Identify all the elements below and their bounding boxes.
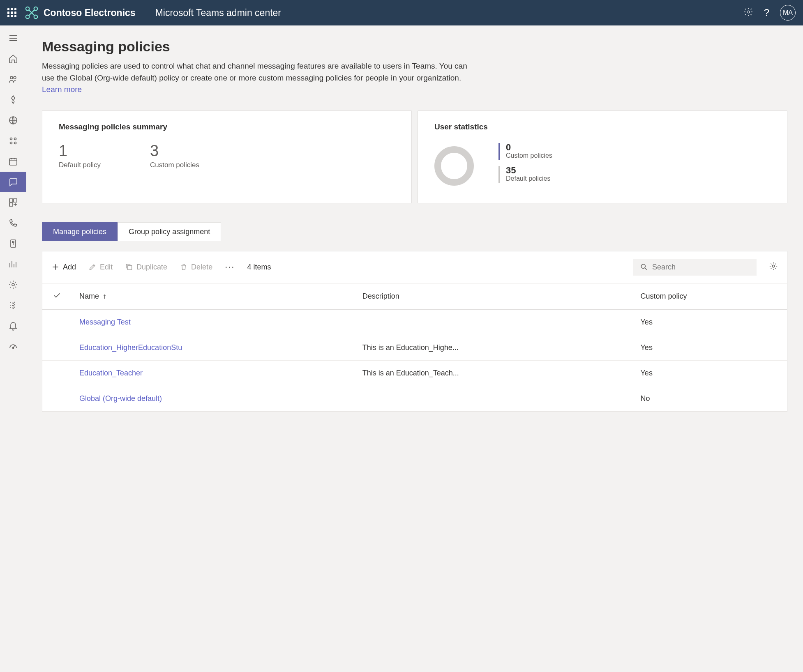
nav-notifications-icon[interactable]: [0, 315, 26, 336]
sort-asc-icon: ↑: [103, 292, 106, 300]
svg-point-21: [641, 264, 645, 268]
search-input[interactable]: [633, 259, 757, 276]
svg-point-9: [14, 138, 16, 140]
org-logo-icon: [25, 6, 39, 20]
col-name[interactable]: Name ↑: [71, 283, 354, 310]
svg-point-11: [14, 142, 16, 144]
page-title: Messaging policies: [42, 39, 787, 55]
nav-users-icon[interactable]: [0, 131, 26, 151]
app-title: Microsoft Teams admin center: [155, 7, 281, 18]
table-row[interactable]: Messaging Test Yes: [42, 309, 787, 335]
col-custom[interactable]: Custom policy: [632, 283, 787, 310]
svg-rect-14: [14, 199, 17, 202]
policy-name-link[interactable]: Messaging Test: [71, 309, 354, 335]
table-row[interactable]: Education_HigherEducationStu This is an …: [42, 335, 787, 360]
policies-table: Name ↑ Description Custom policy Messagi…: [42, 283, 787, 412]
tab-manage-policies[interactable]: Manage policies: [42, 222, 118, 241]
svg-point-6: [14, 76, 16, 79]
policy-description: This is an Education_Highe...: [354, 335, 632, 360]
policy-name-link[interactable]: Global (Org-wide default): [71, 386, 354, 411]
nav-analytics-icon[interactable]: [0, 254, 26, 274]
summary-card: Messaging policies summary 1 Default pol…: [42, 110, 412, 203]
nav-planning-icon[interactable]: [0, 295, 26, 315]
policy-description: [354, 386, 632, 411]
select-all-header[interactable]: [42, 283, 71, 310]
svg-point-5: [10, 76, 13, 79]
learn-more-link[interactable]: Learn more: [42, 85, 82, 94]
items-count: 4 items: [247, 263, 271, 272]
left-nav-rail: [0, 25, 26, 672]
nav-org-settings-icon[interactable]: [0, 274, 26, 295]
nav-devices-icon[interactable]: [0, 90, 26, 110]
col-description[interactable]: Description: [354, 283, 632, 310]
nav-home-icon[interactable]: [0, 48, 26, 69]
custom-policy-count: 3: [150, 143, 199, 159]
user-avatar[interactable]: MA: [780, 5, 796, 21]
duplicate-button[interactable]: Duplicate: [125, 263, 167, 272]
delete-button[interactable]: Delete: [180, 263, 212, 272]
user-stats-title: User statistics: [434, 122, 772, 131]
nav-apps-icon[interactable]: [0, 192, 26, 213]
add-button[interactable]: Add: [51, 263, 76, 272]
search-icon: [640, 263, 648, 271]
svg-rect-13: [9, 199, 13, 202]
policy-name-link[interactable]: Education_Teacher: [71, 360, 354, 386]
nav-policy-icon[interactable]: [0, 233, 26, 254]
table-row[interactable]: Education_Teacher This is an Education_T…: [42, 360, 787, 386]
org-brand[interactable]: Contoso Electronics: [25, 6, 136, 20]
policies-panel: Add Edit Duplicate Delete ··· 4 items: [42, 251, 787, 412]
svg-rect-15: [9, 203, 13, 206]
policy-description: [354, 309, 632, 335]
policy-custom: No: [632, 386, 787, 411]
policy-description: This is an Education_Teach...: [354, 360, 632, 386]
avatar-initials: MA: [783, 9, 793, 16]
user-default-label: Default policies: [506, 175, 551, 182]
user-default-count: 35: [506, 166, 551, 175]
check-icon: [52, 291, 61, 300]
summary-title: Messaging policies summary: [59, 122, 397, 131]
svg-point-4: [747, 11, 750, 13]
stat-bar-icon: [498, 166, 500, 183]
tab-group-policy-assignment[interactable]: Group policy assignment: [118, 222, 221, 241]
search-field[interactable]: [652, 263, 750, 272]
table-settings-icon[interactable]: [769, 262, 778, 272]
user-custom-count: 0: [506, 143, 552, 152]
nav-voice-icon[interactable]: [0, 213, 26, 233]
svg-point-18: [12, 283, 14, 286]
policy-custom: Yes: [632, 309, 787, 335]
app-launcher-icon[interactable]: [7, 8, 16, 17]
stat-bar-icon: [498, 143, 500, 160]
svg-point-22: [772, 265, 775, 267]
donut-chart-icon: [434, 146, 474, 186]
user-stats-card: User statistics 0 Custom policies: [418, 110, 787, 203]
more-actions-icon[interactable]: ···: [225, 262, 235, 272]
page-description: Messaging policies are used to control w…: [42, 60, 478, 96]
help-icon[interactable]: ?: [764, 7, 769, 18]
org-name: Contoso Electronics: [44, 7, 136, 18]
svg-rect-12: [9, 159, 17, 165]
nav-dashboard-icon[interactable]: [0, 336, 26, 357]
nav-toggle-icon[interactable]: [0, 28, 26, 48]
custom-policy-label: Custom policies: [150, 161, 199, 169]
nav-teams-icon[interactable]: [0, 69, 26, 90]
nav-meetings-icon[interactable]: [0, 151, 26, 172]
svg-point-17: [12, 241, 14, 243]
table-row[interactable]: Global (Org-wide default) No: [42, 386, 787, 411]
default-policy-label: Default policy: [59, 161, 101, 169]
edit-button[interactable]: Edit: [88, 263, 113, 272]
user-custom-label: Custom policies: [506, 152, 552, 159]
toolbar: Add Edit Duplicate Delete ··· 4 items: [42, 251, 787, 283]
svg-point-10: [10, 142, 12, 144]
settings-icon[interactable]: [743, 7, 753, 18]
policy-custom: Yes: [632, 335, 787, 360]
svg-point-8: [10, 138, 12, 140]
nav-locations-icon[interactable]: [0, 110, 26, 131]
tab-bar: Manage policies Group policy assignment: [42, 222, 787, 241]
policy-name-link[interactable]: Education_HigherEducationStu: [71, 335, 354, 360]
default-policy-count: 1: [59, 143, 101, 159]
svg-rect-20: [128, 266, 132, 270]
top-header: Contoso Electronics Microsoft Teams admi…: [0, 0, 803, 25]
nav-messaging-icon[interactable]: [0, 172, 26, 192]
main-content: Messaging policies Messaging policies ar…: [26, 25, 803, 672]
policy-custom: Yes: [632, 360, 787, 386]
